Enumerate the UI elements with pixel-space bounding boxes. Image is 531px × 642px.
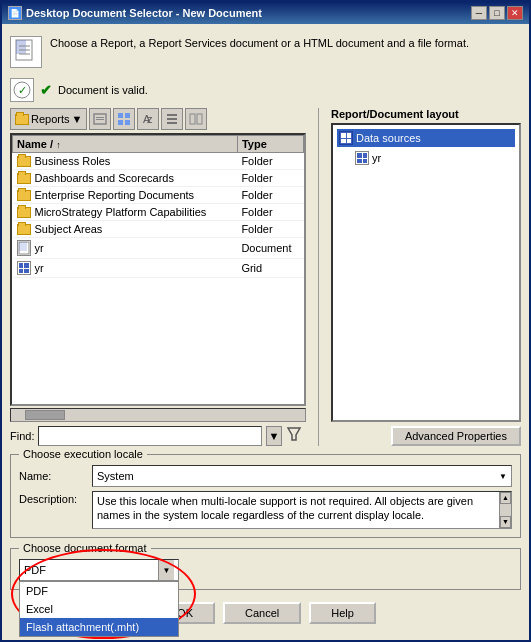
- locale-name-row: Name: System ▼: [19, 465, 512, 487]
- window-icon: 📄: [8, 6, 22, 20]
- table-row[interactable]: MicroStrategy Platform CapabilitiesFolde…: [13, 204, 304, 221]
- file-list[interactable]: Name / Type Business RolesFolderDashboar…: [10, 133, 306, 406]
- minimize-button[interactable]: ─: [471, 6, 487, 20]
- table-row[interactable]: Business RolesFolder: [13, 153, 304, 170]
- execution-locale-section: Choose execution locale Name: System ▼ D…: [10, 454, 521, 538]
- tree-area: Data sources yr: [331, 123, 521, 422]
- table-row[interactable]: Enterprise Reporting DocumentsFolder: [13, 187, 304, 204]
- title-bar: 📄 Desktop Document Selector - New Docume…: [2, 2, 529, 24]
- locale-value: System: [97, 470, 134, 482]
- maximize-button[interactable]: □: [489, 6, 505, 20]
- folder-icon: [17, 156, 31, 167]
- document-icon: [10, 36, 42, 68]
- validation-text: Document is valid.: [58, 84, 148, 96]
- tree-child-node[interactable]: yr: [353, 149, 515, 167]
- tree-root-label: Data sources: [356, 132, 421, 144]
- svg-rect-22: [19, 242, 27, 251]
- locale-select[interactable]: System ▼: [92, 465, 512, 487]
- close-button[interactable]: ✕: [507, 6, 523, 20]
- col-name-header[interactable]: Name /: [13, 136, 238, 153]
- location-label: Reports: [31, 113, 70, 125]
- file-name-cell: yr: [13, 238, 238, 259]
- file-name-cell: MicroStrategy Platform Capabilities: [13, 204, 238, 221]
- tree-child-icon: [355, 151, 369, 165]
- folder-icon: [17, 207, 31, 218]
- svg-rect-12: [118, 120, 123, 125]
- format-dropdown-wrapper: PDF ▼ PDFExcelFlash attachment(.mht): [19, 559, 512, 581]
- col-type-header[interactable]: Type: [237, 136, 303, 153]
- find-dropdown-arrow[interactable]: ▼: [266, 426, 282, 446]
- folder-icon: [15, 114, 29, 125]
- filter-button[interactable]: [286, 426, 306, 446]
- cancel-button[interactable]: Cancel: [223, 602, 301, 624]
- locale-dropdown-arrow: ▼: [499, 472, 507, 481]
- validation-row: ✓ ✔ Document is valid.: [10, 76, 521, 104]
- file-type-cell: Folder: [237, 187, 303, 204]
- toolbar-btn-1[interactable]: [89, 108, 111, 130]
- toolbar-btn-2[interactable]: [113, 108, 135, 130]
- table-row[interactable]: Subject AreasFolder: [13, 221, 304, 238]
- toolbar-btn-3[interactable]: Az: [137, 108, 159, 130]
- document-format-section: Choose document format PDF ▼ PDFExcelFla…: [10, 548, 521, 590]
- file-type-cell: Folder: [237, 153, 303, 170]
- file-name-cell: yr: [13, 259, 238, 278]
- locale-desc-text: Use this locale when multi-locale suppor…: [92, 491, 512, 529]
- file-name: Business Roles: [35, 155, 111, 167]
- advanced-row: Advanced Properties: [331, 426, 521, 446]
- format-dropdown-arrow[interactable]: ▼: [158, 560, 174, 580]
- file-type-cell: Folder: [237, 170, 303, 187]
- desc-scroll-down[interactable]: ▼: [500, 516, 511, 528]
- grid-icon: [17, 261, 31, 275]
- file-type-cell: Grid: [237, 259, 303, 278]
- folder-icon: [17, 224, 31, 235]
- format-option[interactable]: PDF: [20, 582, 178, 600]
- info-row: Choose a Report, a Report Services docum…: [10, 32, 521, 72]
- table-row[interactable]: yrDocument: [13, 238, 304, 259]
- format-dropdown[interactable]: PDF ▼: [19, 559, 179, 581]
- svg-rect-19: [190, 114, 195, 124]
- report-layout-header: Report/Document layout: [331, 108, 521, 120]
- window-title: Desktop Document Selector - New Document: [26, 7, 262, 19]
- location-dropdown[interactable]: Reports ▼: [10, 108, 87, 130]
- find-row: Find: ▼: [10, 426, 306, 446]
- horizontal-scrollbar[interactable]: [10, 408, 306, 422]
- format-current-value: PDF: [24, 564, 46, 576]
- help-button[interactable]: Help: [309, 602, 376, 624]
- scroll-thumb[interactable]: [25, 410, 65, 420]
- svg-rect-1: [16, 40, 26, 54]
- desc-scrollbar[interactable]: ▲ ▼: [499, 492, 511, 528]
- file-type-cell: Folder: [237, 204, 303, 221]
- file-name: yr: [35, 242, 44, 254]
- info-text: Choose a Report, a Report Services docum…: [50, 36, 469, 51]
- file-name-cell: Dashboards and Scorecards: [13, 170, 238, 187]
- find-label: Find:: [10, 430, 34, 442]
- left-panel: Reports ▼ Az: [10, 108, 306, 446]
- desc-scroll-up[interactable]: ▲: [500, 492, 511, 504]
- tree-child-label: yr: [372, 152, 381, 164]
- title-buttons: ─ □ ✕: [471, 6, 523, 20]
- advanced-properties-button[interactable]: Advanced Properties: [391, 426, 521, 446]
- table-row[interactable]: Dashboards and ScorecardsFolder: [13, 170, 304, 187]
- svg-marker-23: [288, 428, 300, 440]
- main-window: 📄 Desktop Document Selector - New Docume…: [0, 0, 531, 642]
- panel-divider: [318, 108, 319, 446]
- document-icon: [17, 240, 31, 256]
- format-option[interactable]: Excel: [20, 600, 178, 618]
- file-type-cell: Document: [237, 238, 303, 259]
- file-name: Dashboards and Scorecards: [35, 172, 174, 184]
- find-input[interactable]: [38, 426, 262, 446]
- file-name: Subject Areas: [35, 223, 103, 235]
- table-row[interactable]: yrGrid: [13, 259, 304, 278]
- file-name-cell: Subject Areas: [13, 221, 238, 238]
- locale-section-label: Choose execution locale: [19, 448, 147, 460]
- toolbar-btn-5[interactable]: [185, 108, 207, 130]
- file-name-cell: Business Roles: [13, 153, 238, 170]
- svg-rect-13: [125, 120, 130, 125]
- tree-root-node[interactable]: Data sources: [337, 129, 515, 147]
- locale-name-label: Name:: [19, 470, 84, 482]
- dropdown-arrow: ▼: [72, 113, 83, 125]
- format-option[interactable]: Flash attachment(.mht): [20, 618, 178, 636]
- svg-rect-11: [125, 113, 130, 118]
- file-name-cell: Enterprise Reporting Documents: [13, 187, 238, 204]
- toolbar-btn-4[interactable]: [161, 108, 183, 130]
